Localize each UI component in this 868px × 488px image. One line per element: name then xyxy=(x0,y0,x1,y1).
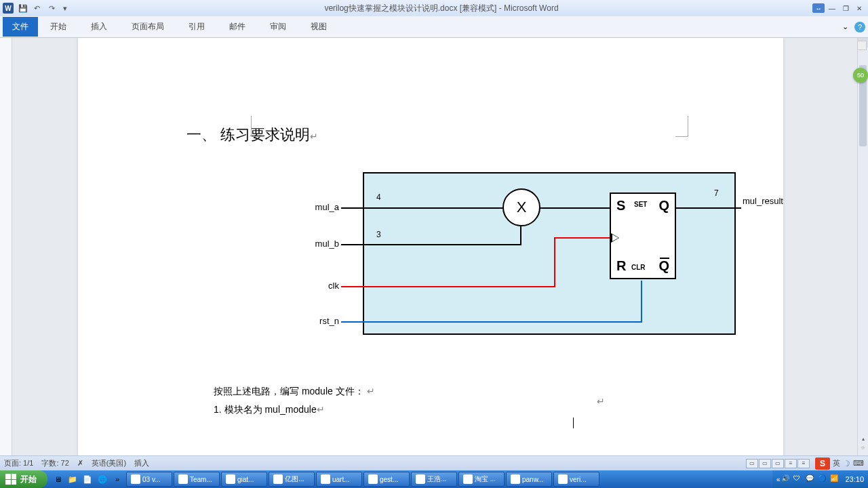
document-area: 一、 练习要求说明↵ mul_a mul_b clk rst_n mul_res… xyxy=(0,38,857,470)
qbar-overline xyxy=(660,258,669,259)
vertical-scrollbar[interactable]: ▴ ▴ ○ ▾ ▾ xyxy=(857,38,868,470)
taskbar-item-2[interactable]: giat... xyxy=(221,472,267,487)
paragraph-mark-icon: ↵ xyxy=(317,404,325,415)
zoom-badge[interactable]: 50 xyxy=(853,68,868,83)
taskbar-item-7[interactable]: 淘宝 ... xyxy=(458,472,505,487)
task-label: Team... xyxy=(190,476,212,483)
tab-review[interactable]: 审阅 xyxy=(258,17,298,37)
sync-button[interactable]: ↔ xyxy=(812,3,825,13)
wire-mult-out xyxy=(539,207,610,209)
file-tab[interactable]: 文件 xyxy=(3,17,38,37)
task-icon xyxy=(463,474,473,484)
ruler-toggle-button[interactable] xyxy=(857,41,867,50)
tab-insert[interactable]: 插入 xyxy=(79,17,119,37)
ff-set-label: SET xyxy=(634,201,647,208)
close-button[interactable]: ✕ xyxy=(853,3,865,13)
task-label: gest... xyxy=(380,476,398,483)
status-insert-mode[interactable]: 插入 xyxy=(134,458,149,468)
qat-save-button[interactable]: 💾 xyxy=(18,3,28,14)
status-proofing-icon[interactable]: ✗ xyxy=(77,459,83,468)
tray-icon[interactable]: 💬 xyxy=(806,474,815,484)
vertical-ruler xyxy=(0,38,12,470)
module-box xyxy=(363,172,736,335)
ff-q-label: Q xyxy=(658,198,669,214)
tray-icon[interactable]: 🔊 xyxy=(781,474,791,484)
status-word-count[interactable]: 字数: 72 xyxy=(41,458,68,468)
taskbar-item-4[interactable]: uart... xyxy=(316,472,362,487)
ime-moon-icon[interactable]: ☽ xyxy=(843,459,850,468)
taskbar-item-6[interactable]: 王浩... xyxy=(411,472,457,487)
tab-mailings[interactable]: 邮件 xyxy=(217,17,258,37)
status-language[interactable]: 英语(美国) xyxy=(92,458,126,468)
taskbar-item-9[interactable]: veri... xyxy=(553,472,599,487)
taskbar-item-1[interactable]: Team... xyxy=(174,472,220,487)
view-full-screen-button[interactable]: ▭ xyxy=(759,459,771,468)
label-mul-b: mul_b xyxy=(298,239,339,249)
prev-page-button[interactable]: ▴ xyxy=(858,434,868,443)
tray-expand-button[interactable]: « xyxy=(776,476,781,483)
wire-rstn-h xyxy=(341,321,642,323)
windows-logo-icon xyxy=(5,474,16,485)
system-tray: « 🔊 🛡 💬 🔵 📶 23:10 xyxy=(772,470,868,488)
taskbar-item-0[interactable]: 03 v... xyxy=(126,472,172,487)
task-icon xyxy=(273,474,283,484)
text-cursor xyxy=(573,418,574,428)
ime-lang[interactable]: 英 xyxy=(833,458,840,468)
wire-rstn-v xyxy=(641,281,642,323)
ribbon-expand-icon[interactable]: ⌄ xyxy=(840,22,850,33)
tray-icon[interactable]: 🔵 xyxy=(818,474,827,484)
status-bar: 页面: 1/1 字数: 72 ✗ 英语(美国) 插入 ▭ ▭ ▭ ≡ ≡ S 英… xyxy=(0,455,868,470)
view-web-layout-button[interactable]: ▭ xyxy=(772,459,784,468)
ime-badge-icon[interactable]: S xyxy=(815,458,830,470)
ff-r-label: R xyxy=(616,258,626,274)
document-title: verilog快速掌握之模块设计说明.docx [兼容模式] - Microso… xyxy=(72,3,811,14)
task-label: 淘宝 ... xyxy=(475,474,496,484)
wire-mul-a xyxy=(341,207,504,209)
task-label: 03 v... xyxy=(142,476,161,483)
tab-references[interactable]: 引用 xyxy=(176,17,217,37)
task-icon xyxy=(178,474,188,484)
ql-button-3[interactable]: 📄 xyxy=(81,472,94,486)
margin-corner-tl xyxy=(251,116,263,136)
wire-clk-h1 xyxy=(341,286,555,287)
view-draft-button[interactable]: ≡ xyxy=(797,459,810,468)
view-outline-button[interactable]: ≡ xyxy=(785,459,797,468)
view-print-layout-button[interactable]: ▭ xyxy=(746,459,758,468)
restore-button[interactable]: ❐ xyxy=(840,3,852,13)
taskbar-item-5[interactable]: gest... xyxy=(363,472,410,487)
ff-qbar-label: Q xyxy=(658,258,669,274)
tray-icon[interactable]: 🛡 xyxy=(793,474,803,484)
qat-customize-button[interactable]: ▾ xyxy=(60,3,71,14)
help-icon[interactable]: ? xyxy=(854,22,865,33)
tray-icon[interactable]: 📶 xyxy=(830,474,840,484)
ime-extra-icon[interactable]: ⌨ xyxy=(853,459,864,468)
ql-button-1[interactable]: 🖥 xyxy=(51,472,64,486)
task-label: 亿图... xyxy=(285,474,304,484)
ql-button-4[interactable]: 🌐 xyxy=(96,472,109,486)
qat-redo-button[interactable]: ↷ xyxy=(46,3,57,14)
task-icon xyxy=(368,474,378,484)
tab-page-layout[interactable]: 页面布局 xyxy=(119,17,176,37)
taskbar-clock[interactable]: 23:10 xyxy=(845,475,864,483)
document-page[interactable]: 一、 练习要求说明↵ mul_a mul_b clk rst_n mul_res… xyxy=(78,38,783,470)
taskbar-item-3[interactable]: 亿图... xyxy=(269,472,315,487)
tab-home[interactable]: 开始 xyxy=(38,17,79,37)
browse-object-button[interactable]: ○ xyxy=(858,443,868,452)
ribbon-tabs: 文件 开始 插入 页面布局 引用 邮件 审阅 视图 ⌄ ? xyxy=(0,16,868,38)
windows-taskbar: 开始 🖥 📁 📄 🌐 » 03 v... Team... giat... 亿图.… xyxy=(0,470,868,488)
ql-button-5[interactable]: » xyxy=(111,472,124,486)
quick-launch: 🖥 📁 📄 🌐 » xyxy=(50,472,125,486)
flip-flop: S SET Q R CLR Q xyxy=(610,192,676,279)
start-button[interactable]: 开始 xyxy=(0,470,47,488)
wire-mul-b-h xyxy=(341,244,521,245)
taskbar-item-8[interactable]: panw... xyxy=(506,472,552,487)
tab-view[interactable]: 视图 xyxy=(298,17,339,37)
task-label: uart... xyxy=(332,476,350,483)
task-label: 王浩... xyxy=(427,474,446,484)
ff-clr-label: CLR xyxy=(631,264,646,271)
minimize-button[interactable]: — xyxy=(826,3,838,13)
title-bar: W 💾 ↶ ↷ ▾ verilog快速掌握之模块设计说明.docx [兼容模式]… xyxy=(0,0,868,16)
ql-button-2[interactable]: 📁 xyxy=(66,472,79,486)
qat-undo-button[interactable]: ↶ xyxy=(31,3,42,14)
status-page[interactable]: 页面: 1/1 xyxy=(4,458,33,468)
